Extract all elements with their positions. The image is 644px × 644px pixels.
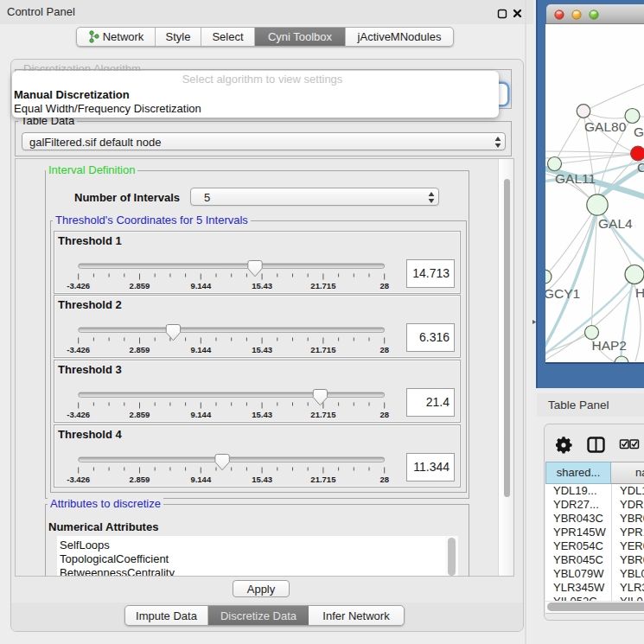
svg-text:2.859: 2.859 <box>130 345 150 354</box>
svg-text:Threshold 2: Threshold 2 <box>58 298 122 311</box>
svg-text:HAP2: HAP2 <box>592 338 628 353</box>
svg-text:Threshold 4: Threshold 4 <box>58 428 122 441</box>
svg-text:GAL80: GAL80 <box>584 119 627 134</box>
svg-text:21.715: 21.715 <box>310 345 336 354</box>
svg-text:-3.426: -3.426 <box>67 281 90 290</box>
svg-text:9.144: 9.144 <box>190 410 211 419</box>
svg-text:2.859: 2.859 <box>130 410 150 419</box>
svg-text:GAL11: GAL11 <box>555 171 596 186</box>
svg-text:15.43: 15.43 <box>252 281 272 290</box>
svg-text:9.144: 9.144 <box>190 475 211 484</box>
svg-text:21.715: 21.715 <box>310 410 336 419</box>
svg-text:15.43: 15.43 <box>252 345 272 354</box>
svg-text:GCY1: GCY1 <box>545 286 580 301</box>
svg-text:15.43: 15.43 <box>252 475 272 484</box>
svg-text:Threshold 1: Threshold 1 <box>58 234 122 247</box>
svg-text:GAL4: GAL4 <box>598 216 633 231</box>
svg-text:28: 28 <box>379 281 389 290</box>
svg-text:21.715: 21.715 <box>310 281 336 290</box>
svg-text:-3.426: -3.426 <box>67 410 90 419</box>
svg-text:GA: GA <box>634 124 644 139</box>
svg-text:28: 28 <box>379 345 389 354</box>
svg-text:C: C <box>637 160 644 175</box>
svg-text:-3.426: -3.426 <box>67 475 90 484</box>
svg-text:21.715: 21.715 <box>310 475 336 484</box>
svg-text:2.859: 2.859 <box>130 475 150 484</box>
svg-text:Threshold 3: Threshold 3 <box>58 363 122 376</box>
svg-text:-3.426: -3.426 <box>67 345 90 354</box>
svg-text:28: 28 <box>379 475 389 484</box>
svg-text:28: 28 <box>379 410 389 419</box>
svg-text:9.144: 9.144 <box>190 345 211 354</box>
svg-text:2.859: 2.859 <box>130 281 150 290</box>
svg-text:H: H <box>635 285 644 300</box>
svg-text:9.144: 9.144 <box>190 281 211 290</box>
svg-text:15.43: 15.43 <box>252 410 272 419</box>
